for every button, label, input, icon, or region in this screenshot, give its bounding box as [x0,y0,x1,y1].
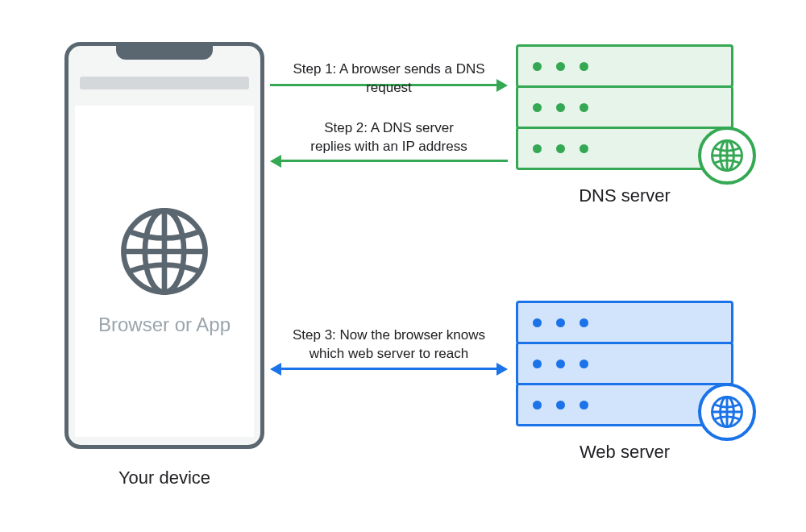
led-dot [556,103,565,112]
led-dot [556,144,565,153]
server-unit [516,301,733,344]
globe-icon [710,395,744,429]
device-phone: Browser or App [64,42,264,449]
led-dot [533,103,542,112]
led-dot [533,62,542,71]
phone-app-label: Browser or App [98,314,231,336]
dns-server-stack: DNS server [516,44,733,206]
globe-icon [120,207,209,296]
led-dot [580,144,588,153]
server-unit [516,342,733,385]
server-unit [516,85,733,129]
phone-status-bar [80,77,249,89]
server-globe-icon [698,127,756,185]
web-server-stack: Web server [516,301,733,463]
led-dot [533,144,542,153]
step-2-label: Step 2: A DNS server replies with an IP … [270,119,508,156]
phone-screen: Browser or App [75,106,254,437]
server-unit [516,44,733,88]
dns-server-caption: DNS server [516,185,733,206]
led-dot [556,360,565,368]
led-dot [533,360,542,368]
step-3-label: Step 3: Now the browser knows which web … [270,326,508,364]
led-dot [556,318,565,327]
globe-icon [710,139,744,172]
web-server-caption: Web server [516,442,733,463]
led-dot [533,318,542,327]
led-dot [580,318,588,327]
dns-flow-diagram: Browser or App Your device DNS server [0,0,806,532]
led-dot [580,401,588,409]
led-dot [580,103,588,112]
led-dot [580,360,588,368]
server-globe-icon [698,383,756,441]
led-dot [533,401,542,409]
phone-notch [116,42,213,60]
step-1-label: Step 1: A browser sends a DNS request [270,60,508,98]
led-dot [580,62,588,71]
led-dot [556,401,565,409]
led-dot [556,62,565,71]
device-caption: Your device [64,468,264,488]
